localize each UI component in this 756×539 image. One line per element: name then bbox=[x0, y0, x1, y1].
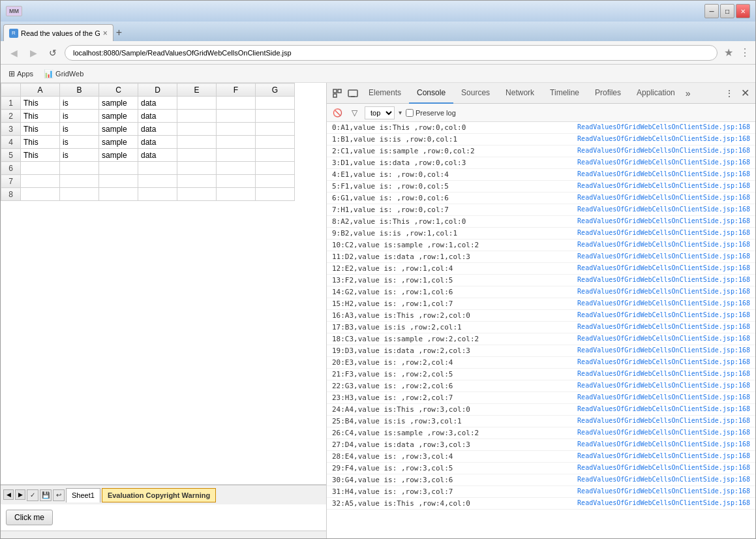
sheet1-tab[interactable]: Sheet1 bbox=[66, 488, 100, 502]
grid-cell[interactable]: This bbox=[21, 97, 60, 110]
grid-cell[interactable] bbox=[21, 188, 60, 201]
grid-cell[interactable] bbox=[256, 136, 295, 149]
console-row-link[interactable]: ReadValuesOfGridWebCellsOnClientSide.jsp… bbox=[577, 147, 750, 155]
grid-cell[interactable] bbox=[138, 162, 177, 175]
grid-cell[interactable] bbox=[217, 110, 256, 123]
sheet-nav-prev[interactable]: ◀ bbox=[3, 489, 14, 500]
devtools-tab-application[interactable]: Application bbox=[629, 83, 683, 104]
console-filter-button[interactable]: ▽ bbox=[348, 106, 361, 119]
grid-cell[interactable] bbox=[256, 175, 295, 188]
devtools-tab-console[interactable]: Console bbox=[409, 83, 453, 104]
grid-cell[interactable] bbox=[177, 136, 217, 149]
devtools-tab-elements[interactable]: Elements bbox=[361, 83, 409, 104]
grid-cell[interactable]: sample bbox=[99, 136, 138, 149]
grid-cell[interactable] bbox=[60, 188, 99, 201]
grid-cell[interactable]: sample bbox=[99, 149, 138, 162]
console-row-link[interactable]: ReadValuesOfGridWebCellsOnClientSide.jsp… bbox=[577, 135, 750, 144]
grid-cell[interactable] bbox=[256, 97, 295, 110]
grid-cell[interactable] bbox=[177, 188, 217, 201]
console-row-link[interactable]: ReadValuesOfGridWebCellsOnClientSide.jsp… bbox=[577, 170, 750, 179]
forward-button[interactable]: ▶ bbox=[25, 45, 41, 61]
devtools-settings-button[interactable]: ⋮ bbox=[721, 85, 737, 101]
grid-cell[interactable] bbox=[217, 123, 256, 136]
grid-cell[interactable]: This bbox=[21, 110, 60, 123]
console-row-link[interactable]: ReadValuesOfGridWebCellsOnClientSide.jsp… bbox=[577, 182, 750, 191]
grid-cell[interactable] bbox=[256, 188, 295, 201]
console-row-link[interactable]: ReadValuesOfGridWebCellsOnClientSide.jsp… bbox=[577, 476, 750, 484]
grid-cell[interactable] bbox=[256, 110, 295, 123]
console-row-link[interactable]: ReadValuesOfGridWebCellsOnClientSide.jsp… bbox=[577, 253, 750, 261]
bookmark-star[interactable]: ★ bbox=[721, 46, 736, 59]
click-me-button[interactable]: Click me bbox=[6, 510, 53, 525]
grid-cell[interactable]: is bbox=[60, 110, 99, 123]
grid-cell[interactable]: data bbox=[138, 123, 177, 136]
console-row-link[interactable]: ReadValuesOfGridWebCellsOnClientSide.jsp… bbox=[577, 229, 750, 238]
grid-cell[interactable] bbox=[99, 188, 138, 201]
grid-cell[interactable]: is bbox=[60, 97, 99, 110]
new-tab-button[interactable]: + bbox=[116, 27, 122, 41]
grid-cell[interactable]: sample bbox=[99, 110, 138, 123]
console-row-link[interactable]: ReadValuesOfGridWebCellsOnClientSide.jsp… bbox=[577, 288, 750, 296]
grid-cell[interactable]: This bbox=[21, 123, 60, 136]
maximize-button[interactable]: □ bbox=[720, 4, 734, 18]
grid-cell[interactable] bbox=[177, 162, 217, 175]
grid-cell[interactable]: is bbox=[60, 136, 99, 149]
grid-cell[interactable] bbox=[256, 162, 295, 175]
grid-cell[interactable] bbox=[99, 162, 138, 175]
devtools-tab-sources[interactable]: Sources bbox=[453, 83, 498, 104]
grid-cell[interactable]: sample bbox=[99, 97, 138, 110]
console-row-link[interactable]: ReadValuesOfGridWebCellsOnClientSide.jsp… bbox=[577, 452, 750, 461]
grid-cell[interactable]: This bbox=[21, 149, 60, 162]
console-clear-button[interactable]: 🚫 bbox=[331, 106, 344, 119]
device-mode-button[interactable] bbox=[345, 85, 361, 101]
grid-cell[interactable] bbox=[177, 149, 217, 162]
console-row-link[interactable]: ReadValuesOfGridWebCellsOnClientSide.jsp… bbox=[577, 123, 750, 132]
sheet-save-btn[interactable]: 💾 bbox=[40, 489, 52, 501]
console-row-link[interactable]: ReadValuesOfGridWebCellsOnClientSide.jsp… bbox=[577, 417, 750, 425]
grid-cell[interactable] bbox=[217, 97, 256, 110]
console-context-select[interactable]: top bbox=[365, 106, 395, 119]
grid-cell[interactable] bbox=[21, 175, 60, 188]
grid-cell[interactable]: data bbox=[138, 97, 177, 110]
grid-cell[interactable] bbox=[256, 123, 295, 136]
console-row-link[interactable]: ReadValuesOfGridWebCellsOnClientSide.jsp… bbox=[577, 159, 750, 167]
grid-cell[interactable] bbox=[217, 162, 256, 175]
minimize-button[interactable]: ─ bbox=[704, 4, 719, 18]
sheet-check-btn[interactable]: ✓ bbox=[27, 489, 38, 501]
console-row-link[interactable]: ReadValuesOfGridWebCellsOnClientSide.jsp… bbox=[577, 393, 750, 402]
sheet-nav-next[interactable]: ▶ bbox=[15, 489, 25, 500]
preserve-log-checkbox[interactable] bbox=[406, 109, 414, 117]
grid-cell[interactable] bbox=[21, 162, 60, 175]
console-row-link[interactable]: ReadValuesOfGridWebCellsOnClientSide.jsp… bbox=[577, 300, 750, 308]
console-row-link[interactable]: ReadValuesOfGridWebCellsOnClientSide.jsp… bbox=[577, 194, 750, 202]
grid-cell[interactable] bbox=[60, 162, 99, 175]
console-row-link[interactable]: ReadValuesOfGridWebCellsOnClientSide.jsp… bbox=[577, 206, 750, 214]
devtools-more-button[interactable]: » bbox=[683, 88, 693, 99]
sheet-undo-btn[interactable]: ↩ bbox=[53, 489, 65, 501]
grid-cell[interactable] bbox=[177, 110, 217, 123]
grid-cell[interactable]: is bbox=[60, 149, 99, 162]
grid-cell[interactable] bbox=[138, 188, 177, 201]
grid-cell[interactable]: data bbox=[138, 110, 177, 123]
bookmark-apps[interactable]: ⊞ Apps bbox=[6, 68, 36, 80]
grid-cell[interactable] bbox=[217, 188, 256, 201]
address-input[interactable] bbox=[65, 45, 718, 61]
devtools-tab-network[interactable]: Network bbox=[498, 83, 542, 104]
grid-cell[interactable] bbox=[256, 149, 295, 162]
console-output[interactable]: 0:A1,value is:This ,row:0,col:0ReadValue… bbox=[327, 122, 755, 538]
console-row-link[interactable]: ReadValuesOfGridWebCellsOnClientSide.jsp… bbox=[577, 276, 750, 285]
grid-cell[interactable] bbox=[177, 123, 217, 136]
console-row-link[interactable]: ReadValuesOfGridWebCellsOnClientSide.jsp… bbox=[577, 499, 750, 508]
console-row-link[interactable]: ReadValuesOfGridWebCellsOnClientSide.jsp… bbox=[577, 370, 750, 378]
inspect-element-button[interactable] bbox=[329, 85, 345, 101]
console-row-link[interactable]: ReadValuesOfGridWebCellsOnClientSide.jsp… bbox=[577, 335, 750, 343]
console-row-link[interactable]: ReadValuesOfGridWebCellsOnClientSide.jsp… bbox=[577, 346, 750, 355]
tab-close-button[interactable]: × bbox=[103, 29, 108, 38]
console-row-link[interactable]: ReadValuesOfGridWebCellsOnClientSide.jsp… bbox=[577, 241, 750, 249]
browser-menu-button[interactable]: ⋮ bbox=[740, 46, 750, 59]
console-row-link[interactable]: ReadValuesOfGridWebCellsOnClientSide.jsp… bbox=[577, 217, 750, 226]
grid-cell[interactable]: is bbox=[60, 123, 99, 136]
grid-cell[interactable] bbox=[138, 175, 177, 188]
console-row-link[interactable]: ReadValuesOfGridWebCellsOnClientSide.jsp… bbox=[577, 264, 750, 273]
grid-cell[interactable]: sample bbox=[99, 123, 138, 136]
